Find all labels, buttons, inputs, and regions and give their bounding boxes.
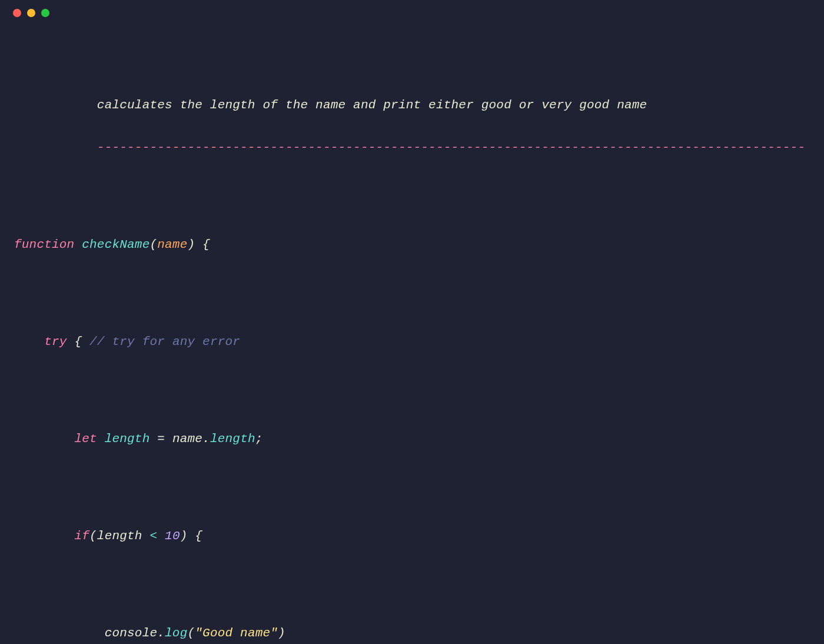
paren-open: ( <box>89 529 97 543</box>
variable: length <box>97 529 142 543</box>
code-window: calculates the length of the name and pr… <box>0 0 824 644</box>
paren-close: ) <box>187 238 195 251</box>
function-name: checkName <box>82 238 149 251</box>
keyword-let: let <box>74 432 97 446</box>
code-line: if(length < 10) { <box>14 530 810 547</box>
close-icon[interactable] <box>13 9 21 17</box>
param-name: name <box>157 238 187 251</box>
method: log <box>165 626 187 640</box>
paren-open: ( <box>187 626 195 640</box>
comment: // try for any error <box>89 335 240 348</box>
code-line: function checkName(name) { <box>14 238 810 256</box>
dot: . <box>157 626 165 640</box>
object: name <box>172 432 202 446</box>
divider: ----------------------------------------… <box>97 141 805 154</box>
property: length <box>210 432 255 446</box>
code-block: calculates the length of the name and pr… <box>0 26 824 644</box>
window-titlebar <box>0 0 824 26</box>
keyword-try: try <box>44 335 67 348</box>
brace-open: { <box>74 335 82 348</box>
blank-line <box>14 281 810 298</box>
code-line: console.log("Good name") <box>14 627 810 644</box>
header-comment: calculates the length of the name and pr… <box>14 99 810 117</box>
operator: < <box>149 529 157 543</box>
blank-line <box>14 572 810 590</box>
string: "Good name" <box>195 626 278 640</box>
divider-line: ----------------------------------------… <box>14 141 810 159</box>
minimize-icon[interactable] <box>27 9 35 17</box>
keyword-function: function <box>14 238 74 251</box>
keyword-if: if <box>74 529 89 543</box>
blank-line <box>14 475 810 493</box>
semicolon: ; <box>255 432 263 446</box>
variable: length <box>105 432 150 446</box>
brace-open: { <box>202 238 210 251</box>
object: console <box>105 626 158 640</box>
paren-open: ( <box>149 238 157 251</box>
blank-line <box>14 378 810 396</box>
number: 10 <box>165 529 180 543</box>
dot: . <box>202 432 210 446</box>
equals: = <box>157 432 165 446</box>
blank-line <box>14 57 810 74</box>
code-line: try { // try for any error <box>14 336 810 353</box>
brace-open: { <box>195 529 202 543</box>
maximize-icon[interactable] <box>41 9 49 17</box>
blank-line <box>14 184 810 201</box>
comment-text: calculates the length of the name and pr… <box>97 98 647 112</box>
paren-close: ) <box>278 626 285 640</box>
code-line: let length = name.length; <box>14 433 810 450</box>
paren-close: ) <box>180 529 188 543</box>
